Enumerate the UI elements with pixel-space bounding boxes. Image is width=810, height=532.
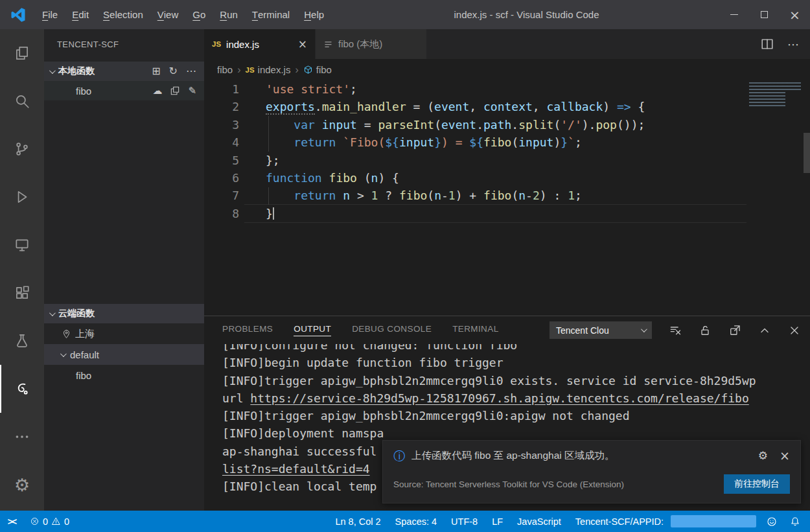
tab-index-js[interactable]: JS index.js × (204, 29, 316, 59)
tab-fibo-local[interactable]: fibo (本地) (316, 29, 427, 59)
notification-settings-icon[interactable]: ⚙ (758, 450, 768, 461)
code-editor[interactable]: 1'use strict';2exports.main_handler = (e… (204, 80, 810, 316)
menu-run[interactable]: Run (213, 0, 245, 29)
breadcrumb-folder[interactable]: fibo (217, 64, 233, 75)
activity-test[interactable] (0, 317, 44, 365)
location-pin-icon (62, 329, 71, 339)
open-in-editor-icon[interactable] (728, 324, 741, 337)
fibo-item-actions: ☁ ✎ (152, 85, 204, 97)
minimize-icon (730, 14, 738, 15)
tree-item-shanghai[interactable]: 上海 (44, 323, 204, 344)
go-to-console-button[interactable]: 前往控制台 (724, 474, 790, 494)
maximize-panel-icon[interactable] (758, 324, 771, 337)
panel-tab-output[interactable]: OUTPUT (294, 324, 331, 336)
editor-scrollbar[interactable] (804, 133, 810, 173)
sidebar-title: TENCENT-SCF (44, 29, 204, 62)
line-number: 3 (204, 116, 244, 133)
edit-pencil-icon[interactable]: ✎ (188, 85, 196, 97)
status-right: Ln 8, Col 2Spaces: 4UTF-8LFJavaScriptTen… (328, 515, 810, 527)
unlock-icon[interactable] (699, 324, 712, 337)
breadcrumb-symbol[interactable]: fibo (303, 64, 332, 75)
minimize-button[interactable] (719, 0, 749, 29)
panel-tab-problems[interactable]: PROBLEMS (222, 324, 273, 336)
notification-close-icon[interactable]: × (780, 450, 790, 462)
chevron-down-icon (49, 310, 56, 316)
tree-item-cloud-fibo[interactable]: fibo (44, 365, 204, 386)
sidebar-spacer (44, 100, 204, 304)
maximize-button[interactable] (749, 0, 780, 29)
code-line-5[interactable]: 5}; (204, 152, 810, 169)
menu-edit[interactable]: Edit (65, 0, 96, 29)
code-line-7[interactable]: 7 return n > 1 ? fibo(n-1) + fibo(n-2) :… (204, 187, 810, 204)
status-item-spaces-4[interactable]: Spaces: 4 (388, 516, 445, 527)
status-item-lf[interactable]: LF (485, 516, 510, 527)
vscode-logo-icon (10, 7, 26, 23)
status-item-ln-8-col-2[interactable]: Ln 8, Col 2 (328, 516, 388, 527)
indent-guide (268, 187, 269, 205)
menu-go[interactable]: Go (185, 0, 213, 29)
add-function-icon[interactable]: ⊞ (152, 66, 160, 76)
close-window-button[interactable]: × (780, 0, 810, 29)
menu-view[interactable]: View (150, 0, 186, 29)
clear-output-icon[interactable] (669, 324, 682, 337)
notifications-bell-button[interactable] (783, 516, 810, 527)
activity-explorer[interactable] (0, 29, 44, 77)
tree-item-default-namespace[interactable]: default (44, 344, 204, 365)
remote-indicator[interactable]: >< (0, 511, 23, 532)
output-link[interactable]: list?ns=default&rid=4 (222, 462, 370, 476)
panel-tab-debug-console[interactable]: DEBUG CONSOLE (352, 324, 432, 336)
tree-item-local-fibo[interactable]: fibo ☁ ✎ (44, 81, 204, 100)
activity-extensions[interactable] (0, 269, 44, 317)
menu-help[interactable]: Help (297, 0, 331, 29)
breadcrumb-file[interactable]: JS index.js (246, 64, 291, 75)
menu-terminal[interactable]: Terminal (245, 0, 297, 29)
chevron-down-icon (641, 326, 647, 332)
close-panel-icon[interactable] (788, 324, 801, 337)
activity-run-debug[interactable] (0, 173, 44, 221)
panel-tab-terminal[interactable]: TERMINAL (452, 324, 498, 336)
notification-source: Source: Tencent Serverless Toolkit for V… (393, 480, 624, 489)
warning-icon (51, 516, 61, 526)
activity-manage[interactable]: ⚙ (0, 461, 44, 509)
breadcrumb-separator: › (237, 64, 240, 76)
activity-source-control[interactable] (0, 125, 44, 173)
menu-selection[interactable]: Selection (96, 0, 150, 29)
output-line: url https://service-8h29d5wp-1258170967.… (222, 389, 810, 407)
code-line-4[interactable]: 4 return `Fibo(${input}) = ${fibo(input)… (204, 133, 810, 151)
close-tab-icon[interactable]: × (298, 38, 307, 51)
status-item-javascript[interactable]: JavaScript (510, 516, 568, 527)
output-link[interactable]: https://service-8h29d5wp-1258170967.sh.a… (250, 391, 748, 405)
more-actions-icon[interactable]: ⋯ (186, 66, 196, 76)
refresh-icon[interactable]: ↻ (169, 66, 178, 76)
activity-more[interactable] (0, 413, 44, 461)
code-line-1[interactable]: 1'use strict'; (204, 80, 810, 98)
activity-remote-explorer[interactable] (0, 221, 44, 269)
status-item-utf-8[interactable]: UTF-8 (444, 516, 485, 527)
problems-status[interactable]: 0 0 (23, 516, 76, 527)
status-bar: >< 0 0 Ln 8, Col 2Spaces: 4UTF-8LFJavaSc… (0, 511, 810, 532)
open-window-icon[interactable] (170, 86, 180, 96)
code-line-8[interactable]: 8} (204, 205, 810, 222)
code-line-3[interactable]: 3 var input = parseInt(event.path.split(… (204, 116, 810, 133)
split-editor-icon[interactable] (760, 37, 774, 51)
more-actions-icon[interactable]: ⋯ (787, 38, 800, 51)
code-line-6[interactable]: 6function fibo (n) { (204, 169, 810, 187)
output-channel-select[interactable]: Tencent Clou (550, 321, 652, 339)
chevron-down-icon (49, 67, 56, 74)
activity-tencent-serverless[interactable] (0, 365, 44, 413)
sidebar: TENCENT-SCF 本地函数 ⊞ ↻ ⋯ fibo ☁ ✎ 云端函数 (44, 29, 204, 511)
appid-redacted-value (671, 515, 756, 527)
deploy-cloud-icon[interactable]: ☁ (152, 85, 162, 97)
menu-file[interactable]: File (35, 0, 65, 29)
bell-icon (789, 516, 801, 527)
code-line-2[interactable]: 2exports.main_handler = (event, context,… (204, 98, 810, 115)
line-number: 8 (204, 205, 244, 222)
activity-search[interactable] (0, 77, 44, 125)
search-icon (14, 93, 30, 110)
status-item-tencent-scf-appid[interactable]: Tencent-SCF/APPID: (568, 516, 671, 527)
feedback-button[interactable] (760, 516, 783, 527)
output-line: [INFO]trigger apigw_bphsbl2n2mmcergq9li0… (222, 372, 810, 389)
chevron-down-icon (60, 351, 67, 357)
section-local-functions[interactable]: 本地函数 ⊞ ↻ ⋯ (44, 62, 204, 81)
section-cloud-functions[interactable]: 云端函数 (44, 304, 204, 323)
